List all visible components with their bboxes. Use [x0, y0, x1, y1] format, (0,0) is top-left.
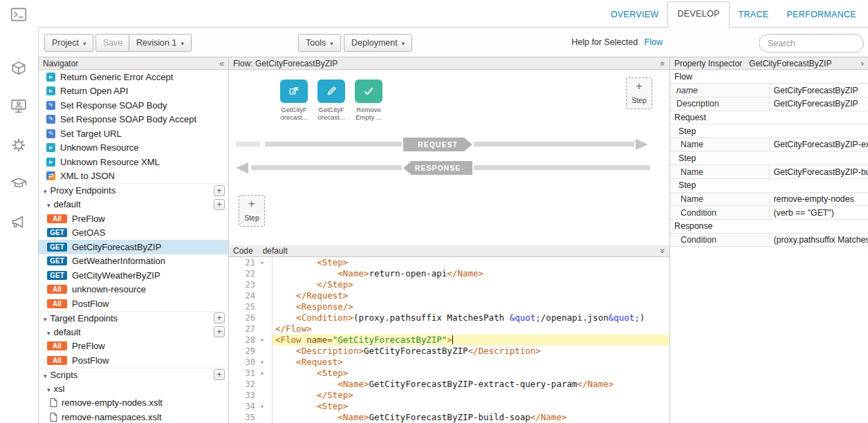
- code-line[interactable]: <Request>: [272, 357, 670, 368]
- revision-dropdown-button[interactable]: Revision 1: [129, 34, 192, 52]
- policies-list: ▸Return Generic Error Accept▸Return Open…: [39, 70, 228, 183]
- inspector-value[interactable]: (verb == "GET"): [769, 206, 868, 220]
- navigator-file-item[interactable]: remove-namespaces.xslt: [39, 410, 228, 423]
- code-line[interactable]: <Name>GetCityForecastByZIP-build-soap</N…: [272, 412, 670, 423]
- workstation-icon[interactable]: [10, 97, 28, 115]
- inspector-value[interactable]: remove-empty-nodes: [769, 192, 868, 206]
- collapse-inspector-icon[interactable]: [861, 58, 864, 68]
- navigator-policy-item[interactable]: ✎Set Target URL: [39, 126, 228, 141]
- flow-label: GetOAS: [72, 227, 105, 238]
- tab-develop[interactable]: DEVELOP: [667, 1, 729, 28]
- tab-trace[interactable]: TRACE: [730, 3, 778, 28]
- code-line[interactable]: </Request>: [272, 290, 670, 301]
- tab-overview[interactable]: OVERVIEW: [602, 3, 668, 28]
- inspector-value[interactable]: GetCityForecastByZIP-build-soap: [769, 165, 868, 179]
- add-script-button[interactable]: [214, 369, 225, 380]
- inspector-value[interactable]: GetCityForecastByZIP: [769, 97, 868, 111]
- navigator-flow-item[interactable]: AllPreFlow: [39, 339, 228, 354]
- add-step-button-request[interactable]: Step: [626, 77, 652, 109]
- disclosure-triangle-icon: [44, 185, 50, 196]
- fold-icon[interactable]: ▾: [255, 401, 269, 412]
- line-gutter: 25: [229, 301, 272, 312]
- help-flow-link[interactable]: Flow: [645, 37, 663, 47]
- add-target-endpoint-button[interactable]: [214, 312, 225, 323]
- add-proxy-endpoint-button[interactable]: [214, 185, 225, 196]
- navigator-flow-item[interactable]: AllPreFlow: [39, 212, 228, 226]
- line-number: 25: [229, 301, 255, 312]
- collapse-flow-panel-icon[interactable]: [658, 61, 668, 66]
- section-target-default[interactable]: default: [39, 325, 228, 339]
- collapse-navigator-icon[interactable]: [219, 59, 224, 68]
- code-line[interactable]: <Name>return-open-api</Name>: [272, 268, 670, 279]
- code-line[interactable]: <Step>: [272, 368, 670, 379]
- collapse-code-panel-icon[interactable]: [658, 249, 668, 254]
- navigator-policy-item[interactable]: ▸Unknown Resource: [39, 141, 228, 156]
- package-icon[interactable]: [10, 59, 28, 77]
- flow-step-2[interactable]: GetCityForecast...: [317, 79, 345, 121]
- inspector-prop-row: Condition(verb == "GET"): [670, 206, 868, 220]
- section-scripts[interactable]: Scripts: [39, 368, 228, 382]
- section-proxy-default[interactable]: default: [39, 198, 228, 212]
- megaphone-icon[interactable]: [10, 213, 28, 231]
- editor-toolbar: Project Save Revision 1 Tools Deployment…: [38, 28, 868, 57]
- deployment-dropdown-button[interactable]: Deployment: [344, 34, 412, 52]
- inspector-section-label: Step: [670, 124, 868, 138]
- navigator-policy-item[interactable]: ▸Return Open API: [39, 84, 228, 99]
- save-button[interactable]: Save: [95, 34, 131, 52]
- code-line[interactable]: <Step>: [272, 401, 670, 412]
- policy-arrow-icon: ▸: [46, 86, 55, 95]
- fold-icon[interactable]: ▾: [255, 368, 269, 379]
- xsl-transform-policy-icon: [355, 79, 382, 103]
- fold-icon[interactable]: ▾: [255, 257, 269, 268]
- navigator-policy-item[interactable]: ✎Set Response SOAP Body Accept: [39, 113, 228, 127]
- code-line-row: 34▾ <Step>: [229, 401, 670, 412]
- navigator-file-item[interactable]: remove-empty-nodes.xslt: [39, 396, 228, 411]
- add-target-flow-button[interactable]: [214, 326, 225, 337]
- graduation-cap-icon[interactable]: [10, 174, 28, 192]
- navigator-flow-item[interactable]: GETGetWeatherInformation: [39, 254, 228, 269]
- section-proxy-endpoints[interactable]: Proxy Endpoints: [39, 183, 228, 198]
- navigator-flow-item[interactable]: GETGetCityForecastByZIP: [39, 240, 228, 254]
- gear-icon[interactable]: [10, 136, 28, 154]
- policy-transform-icon: ⇄: [46, 171, 55, 180]
- flow-step-1[interactable]: GetCityForecast...: [280, 79, 308, 121]
- navigator-flow-item[interactable]: AllPostFlow: [39, 297, 228, 311]
- navigator-flow-item[interactable]: GETGetOAS: [39, 226, 228, 241]
- terminal-icon[interactable]: [10, 6, 28, 24]
- section-target-endpoints[interactable]: Target Endpoints: [39, 311, 228, 326]
- add-step-button-response[interactable]: Step: [239, 195, 265, 227]
- code-editor[interactable]: 21▾ <Step>22 <Name>return-open-api</Name…: [229, 257, 670, 423]
- inspector-value[interactable]: GetCityForecastByZIP: [769, 84, 868, 97]
- tab-performance[interactable]: PERFORMANCE: [777, 3, 865, 28]
- method-badge: GET: [47, 243, 67, 252]
- fold-icon[interactable]: ▾: [255, 357, 269, 368]
- navigator-flow-item[interactable]: AllPostFlow: [39, 353, 228, 368]
- code-line[interactable]: </Flow>: [272, 323, 670, 335]
- navigator-policy-item[interactable]: ▸Unknown Resource XML: [39, 155, 228, 169]
- code-line[interactable]: <Flow name="GetCityForecastByZIP">: [272, 335, 670, 346]
- project-dropdown-button[interactable]: Project: [44, 34, 93, 52]
- section-xsl[interactable]: xsl: [39, 382, 228, 396]
- navigator-policy-item[interactable]: ⇄XML to JSON: [39, 169, 228, 184]
- add-proxy-flow-button[interactable]: [214, 199, 225, 210]
- code-tab-default[interactable]: default: [263, 246, 288, 256]
- navigator-flow-item[interactable]: Allunknown-resource: [39, 283, 228, 297]
- inspector-value[interactable]: (proxy.pathsuffix MatchesPath "/c: [769, 233, 868, 247]
- navigator-flow-item[interactable]: GETGetCityWeatherByZIP: [39, 268, 228, 283]
- code-line[interactable]: </Step>: [272, 390, 670, 401]
- tools-dropdown-button[interactable]: Tools: [298, 34, 341, 52]
- code-line[interactable]: <Condition>(proxy.pathsuffix MatchesPath…: [272, 312, 670, 323]
- navigator-policy-item[interactable]: ✎Set Response SOAP Body: [39, 98, 228, 113]
- navigator-policy-item[interactable]: ▸Return Generic Error Accept: [39, 70, 228, 84]
- code-line[interactable]: <Description>GetCityForecastByZIP</Descr…: [272, 346, 670, 357]
- code-line-row: 28▾<Flow name="GetCityForecastByZIP">: [229, 335, 670, 346]
- fold-icon[interactable]: ▾: [255, 335, 269, 346]
- request-arrowhead-icon: [636, 139, 648, 150]
- search-input[interactable]: [759, 34, 864, 53]
- inspector-value[interactable]: GetCityForecastByZIP-extract-qu: [769, 138, 868, 151]
- code-line[interactable]: <Name>GetCityForecastByZIP-extract-query…: [272, 379, 670, 390]
- code-line[interactable]: <Step>: [272, 257, 670, 268]
- code-line[interactable]: </Step>: [272, 279, 670, 290]
- flow-step-3[interactable]: RemoveEmpty ...: [355, 79, 382, 121]
- code-line[interactable]: <Response/>: [272, 301, 670, 312]
